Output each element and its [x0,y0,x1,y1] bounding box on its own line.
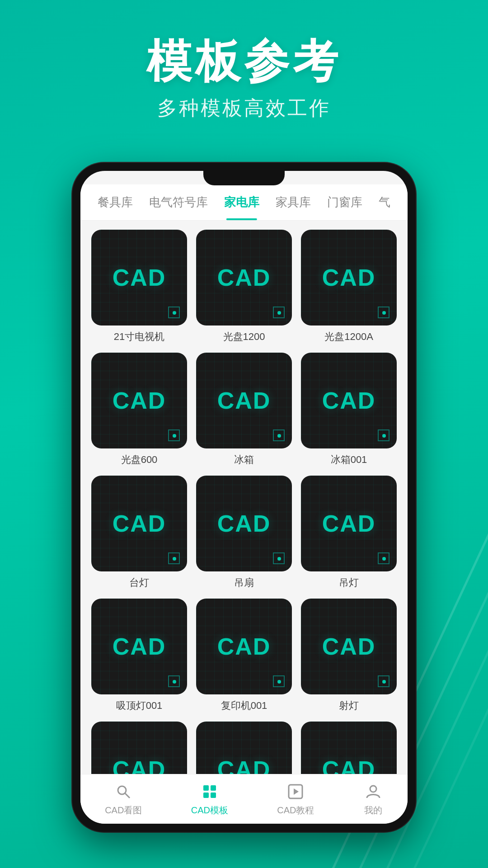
list-item[interactable]: CAD 射灯 [301,599,397,712]
cad-thumb: CAD [301,722,397,774]
phone-notch [203,171,285,185]
user-icon [363,782,383,802]
center-dot [277,311,281,315]
sub-title: 多种模板高效工作 [0,95,488,122]
header-section: 模板参考 多种模板高效工作 [0,36,488,122]
item-label: 台灯 [129,576,149,590]
cad-icon-label: CAD [217,633,271,660]
tabs-bar: 餐具库 电气符号库 家电库 家具库 门窗库 气 [80,184,408,221]
item-label: 光盘600 [121,453,158,467]
item-label: 射灯 [339,699,359,712]
svg-rect-3 [211,785,216,791]
cad-icon-label: CAD [217,756,271,774]
svg-rect-5 [211,793,216,798]
nav-label-template: CAD模板 [191,804,228,816]
center-dot [382,680,386,684]
item-label: 冰箱001 [331,453,367,467]
grid-content: CAD 21寸电视机 CAD 光盘1200 [80,221,408,774]
item-label: 光盘1200A [324,330,373,344]
list-item[interactable]: CAD 冰箱 [196,353,292,467]
center-dot [173,311,176,315]
template-icon [200,782,220,802]
tab-qi[interactable]: 气 [371,184,399,220]
center-dot [173,557,176,561]
center-dot [173,680,176,684]
cad-icon-label: CAD [113,756,166,774]
list-item[interactable]: CAD 复印机001 [196,599,292,712]
cad-icon-label: CAD [217,510,271,537]
item-label: 冰箱 [234,453,254,467]
bottom-nav: CAD看图 CAD模板 [80,774,408,824]
center-dot [277,434,281,438]
main-title: 模板参考 [0,36,488,86]
cad-thumb: CAD [196,722,292,774]
cad-thumb: CAD [91,599,187,694]
nav-label-view: CAD看图 [105,804,142,816]
list-item[interactable]: CAD 冰箱001 [301,353,397,467]
svg-marker-7 [294,788,299,795]
item-label: 21寸电视机 [114,330,164,344]
cad-icon-label: CAD [322,510,376,537]
center-dot [382,557,386,561]
cad-icon-label: CAD [322,633,376,660]
nav-label-mine: 我的 [364,804,382,816]
list-item[interactable]: CAD [91,722,187,774]
nav-label-tutorial: CAD教程 [277,804,314,816]
tab-dianqifuhaoku[interactable]: 电气符号库 [141,184,216,220]
center-dot [382,311,386,315]
phone-mockup: 餐具库 电气符号库 家电库 家具库 门窗库 气 CAD 21寸电视机 [72,163,416,832]
cad-icon-label: CAD [322,264,376,291]
cad-thumb: CAD [91,722,187,774]
nav-cad-template[interactable]: CAD模板 [191,782,228,816]
list-item[interactable]: CAD 光盘1200 [196,230,292,344]
svg-point-0 [118,786,126,794]
list-item[interactable]: CAD [196,722,292,774]
nav-mine[interactable]: 我的 [363,782,383,816]
cad-thumb: CAD [91,230,187,326]
cad-thumb: CAD [301,476,397,571]
tab-canjiuku[interactable]: 餐具库 [89,184,141,220]
tab-jiajuku[interactable]: 家具库 [267,184,319,220]
center-dot [277,680,281,684]
center-dot [173,434,176,438]
svg-rect-2 [203,785,209,791]
list-item[interactable]: CAD 21寸电视机 [91,230,187,344]
list-item[interactable]: CAD 吊灯 [301,476,397,590]
list-item[interactable]: CAD 吸顶灯001 [91,599,187,712]
cad-thumb: CAD [91,476,187,571]
cad-thumb: CAD [196,230,292,326]
item-label: 吸顶灯001 [116,699,163,712]
svg-line-1 [125,793,130,798]
nav-cad-tutorial[interactable]: CAD教程 [277,782,314,816]
phone-outer: 餐具库 电气符号库 家电库 家具库 门窗库 气 CAD 21寸电视机 [72,163,416,832]
list-item[interactable]: CAD [301,722,397,774]
list-item[interactable]: CAD 吊扇 [196,476,292,590]
cad-icon-label: CAD [113,633,166,660]
cad-icon-label: CAD [217,387,271,414]
cad-thumb: CAD [301,230,397,326]
svg-point-8 [370,786,376,792]
cad-icon-label: CAD [113,387,166,414]
cad-icon-label: CAD [322,756,376,774]
list-item[interactable]: CAD 光盘1200A [301,230,397,344]
cad-icon-label: CAD [113,264,166,291]
template-grid: CAD 21寸电视机 CAD 光盘1200 [91,230,397,774]
cad-thumb: CAD [196,599,292,694]
list-item[interactable]: CAD 光盘600 [91,353,187,467]
item-label: 吊灯 [339,576,359,590]
center-dot [277,557,281,561]
cad-icon-label: CAD [217,264,271,291]
cad-thumb: CAD [301,599,397,694]
cad-thumb: CAD [301,353,397,448]
list-item[interactable]: CAD 台灯 [91,476,187,590]
cad-thumb: CAD [196,476,292,571]
nav-cad-view[interactable]: CAD看图 [105,782,142,816]
svg-rect-4 [203,793,209,798]
item-label: 复印机001 [221,699,267,712]
cad-thumb: CAD [91,353,187,448]
cad-icon-label: CAD [113,510,166,537]
tab-menchuangku[interactable]: 门窗库 [319,184,371,220]
cad-icon-label: CAD [322,387,376,414]
center-dot [382,434,386,438]
tab-jiadian[interactable]: 家电库 [216,184,267,220]
